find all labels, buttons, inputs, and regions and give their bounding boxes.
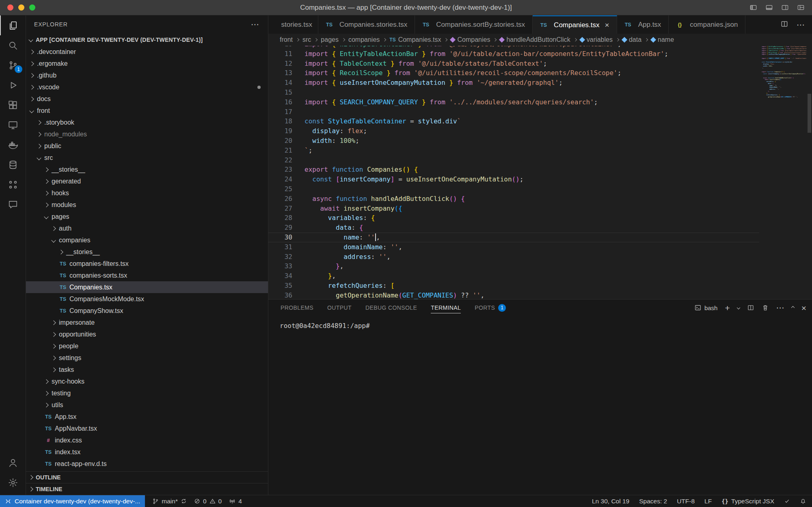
tree-item-opportunities[interactable]: opportunities (26, 328, 268, 340)
terminal-dropdown-icon[interactable] (737, 306, 740, 309)
tree-item-pages[interactable]: pages (26, 211, 268, 222)
tree-item-.devcontainer[interactable]: .devcontainer (26, 46, 268, 58)
breadcrumb-item-src[interactable]: src (302, 36, 311, 43)
search-icon[interactable] (0, 35, 26, 55)
remote-indicator[interactable]: Container dev-twenty-dev (dev-twenty-dev… (0, 495, 145, 507)
code-line-12[interactable]: 12import { TableContext } from '@/ui/tab… (268, 59, 759, 69)
ports-indicator[interactable]: 4 (229, 498, 242, 505)
branch-indicator[interactable]: main* (152, 498, 187, 505)
breadcrumb-item-variables[interactable]: variables (580, 36, 613, 43)
tree-item-front[interactable]: front (26, 105, 268, 117)
tree-item-Companies.tsx[interactable]: TSCompanies.tsx (26, 281, 268, 293)
explorer-icon[interactable] (0, 15, 26, 35)
code-line-20[interactable]: 20 width: 100%; (268, 136, 759, 146)
components-icon[interactable] (0, 175, 26, 194)
database-icon[interactable] (0, 155, 26, 175)
breadcrumb-item-front[interactable]: front (280, 36, 293, 43)
breadcrumb-item-name[interactable]: name (651, 36, 674, 43)
maximize-panel-icon[interactable] (792, 306, 794, 309)
tree-item-index.tsx[interactable]: TSindex.tsx (26, 446, 268, 458)
tab-stories.tsx[interactable]: stories.tsx (268, 15, 318, 34)
tree-item-companies-sorts.tsx[interactable]: TScompanies-sorts.tsx (26, 270, 268, 281)
tree-item-src[interactable]: src (26, 152, 268, 164)
tree-item-companies-filters.tsx[interactable]: TScompanies-filters.tsx (26, 258, 268, 270)
split-terminal-icon[interactable] (747, 304, 754, 311)
workspace-section-header[interactable]: APP [CONTAINER DEV-TWENTY-DEV (DEV-TWENT… (26, 33, 268, 46)
toggle-secondary-sidebar-icon[interactable] (780, 4, 790, 11)
problems-indicator[interactable]: 0 0 (194, 498, 222, 505)
tree-item-generated[interactable]: generated (26, 175, 268, 187)
code-line-34[interactable]: 34 }, (268, 271, 759, 281)
code-line-29[interactable]: 29 data: { (268, 223, 759, 233)
code-line-36[interactable]: 36 getOperationName(GET_COMPANIES) ?? ''… (268, 291, 759, 299)
tree-item-utils[interactable]: utils (26, 399, 268, 411)
breadcrumb-item-Companies[interactable]: Companies (451, 36, 490, 43)
tree-item-people[interactable]: people (26, 340, 268, 352)
remote-explorer-icon[interactable] (0, 115, 26, 135)
source-control-icon[interactable]: 1 (0, 55, 26, 75)
breadcrumb-item-data[interactable]: data (622, 36, 641, 43)
code-line-15[interactable]: 15 (268, 88, 759, 97)
outline-section[interactable]: OUTLINE (26, 471, 268, 483)
tree-item-react-app-env.d.ts[interactable]: TSreact-app-env.d.ts (26, 458, 268, 470)
close-panel-icon[interactable]: × (801, 304, 806, 312)
tree-item-hooks[interactable]: hooks (26, 187, 268, 199)
tree-item-sync-hooks[interactable]: sync-hooks (26, 375, 268, 387)
tree-item-.github[interactable]: .github (26, 69, 268, 81)
toggle-panel-icon[interactable] (764, 4, 774, 11)
breadcrumb-item-handleAddButtonClick[interactable]: handleAddButtonClick (500, 36, 570, 43)
run-debug-icon[interactable] (0, 75, 26, 95)
indentation[interactable]: Spaces: 2 (639, 498, 667, 505)
split-editor-icon[interactable] (780, 20, 788, 30)
tree-item-testing[interactable]: testing (26, 387, 268, 399)
code-line-32[interactable]: 32 address: '', (268, 252, 759, 262)
chat-icon[interactable] (0, 194, 26, 214)
tab-Companies.stories.tsx[interactable]: TSCompanies.stories.tsx (318, 15, 415, 34)
tree-item-modules[interactable]: modules (26, 199, 268, 211)
code-line-26[interactable]: 26 async function handleAddButtonClick()… (268, 194, 759, 204)
language-mode[interactable]: {} TypeScript JSX (721, 498, 774, 505)
code-line-28[interactable]: 28 variables: { (268, 213, 759, 223)
notifications-bell-icon[interactable] (800, 498, 806, 505)
tree-item-impersonate[interactable]: impersonate (26, 317, 268, 328)
tab-Companies.sortBy.stories.tsx[interactable]: TSCompanies.sortBy.stories.tsx (415, 15, 533, 34)
editor-scrollbar[interactable] (808, 94, 811, 133)
panel-tab-terminal[interactable]: TERMINAL (431, 300, 461, 316)
tree-item-CompaniesMockMode.tsx[interactable]: TSCompaniesMockMode.tsx (26, 293, 268, 305)
tree-item-__stories__[interactable]: __stories__ (26, 164, 268, 175)
eol[interactable]: LF (704, 498, 712, 505)
code-line-21[interactable]: 21`; (268, 146, 759, 155)
tree-item-.ergomake[interactable]: .ergomake (26, 58, 268, 69)
tree-item-public[interactable]: public (26, 140, 268, 152)
panel-tab-output[interactable]: OUTPUT (327, 300, 352, 316)
kill-terminal-icon[interactable] (762, 304, 769, 311)
tree-item-tasks[interactable]: tasks (26, 364, 268, 375)
tree-item-AppNavbar.tsx[interactable]: TSAppNavbar.tsx (26, 423, 268, 434)
editor-more-icon[interactable]: ⋯ (797, 20, 805, 30)
code-line-24[interactable]: 24 const [insertCompany] = useInsertOneC… (268, 175, 759, 184)
code-line-33[interactable]: 33 }, (268, 261, 759, 271)
tree-item-auth[interactable]: auth (26, 222, 268, 234)
code-line-14[interactable]: 14import { useInsertOneCompanyMutation }… (268, 78, 759, 88)
extensions-icon[interactable] (0, 95, 26, 115)
tree-item-App.tsx[interactable]: TSApp.tsx (26, 411, 268, 423)
cursor-position[interactable]: Ln 30, Col 19 (592, 498, 629, 505)
encoding[interactable]: UTF-8 (677, 498, 695, 505)
breadcrumb-item-Companies.tsx[interactable]: TSCompanies.tsx (389, 36, 441, 43)
close-tab-icon[interactable]: × (605, 21, 609, 29)
code-line-25[interactable]: 25 (268, 184, 759, 194)
code-line-22[interactable]: 22 (268, 155, 759, 165)
code-line-35[interactable]: 35 refetchQueries: [ (268, 281, 759, 291)
tree-item-settings[interactable]: settings (26, 352, 268, 364)
new-terminal-icon[interactable]: + (725, 304, 730, 312)
code-line-30[interactable]: 30 name: '', (268, 233, 759, 242)
tree-item-CompanyShow.tsx[interactable]: TSCompanyShow.tsx (26, 305, 268, 317)
code-line-16[interactable]: 16import { SEARCH_COMPANY_QUERY } from '… (268, 97, 759, 107)
tree-item-__stories__[interactable]: __stories__ (26, 246, 268, 258)
tab-companies.json[interactable]: {}companies.json (669, 15, 745, 34)
code-line-27[interactable]: 27 await insertCompany({ (268, 204, 759, 214)
timeline-section[interactable]: TIMELINE (26, 483, 268, 495)
panel-tab-problems[interactable]: PROBLEMS (281, 300, 313, 316)
tree-item-companies[interactable]: companies (26, 234, 268, 246)
code-line-19[interactable]: 19 display: flex; (268, 126, 759, 136)
